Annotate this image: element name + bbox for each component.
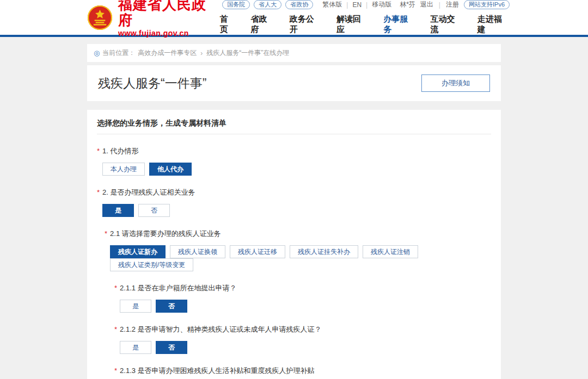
question-label-1: *1. 代办情形 [97, 146, 491, 156]
question-options-2: 是否 [102, 204, 491, 217]
title-bar: 残疾人服务“一件事” 办理须知 [87, 65, 501, 101]
ipv6-badge[interactable]: 网站支持IPv6 [464, 0, 510, 9]
national-emblem-icon [87, 5, 113, 30]
quick-link-1[interactable]: 省人大 [254, 0, 281, 9]
lang-link-2[interactable]: 移动版 [372, 0, 391, 9]
breadcrumb-item-1[interactable]: 残疾人服务“一件事”在线办理 [206, 48, 289, 58]
option-2-1-1-0[interactable]: 是 [120, 300, 151, 313]
lang-links: 繁体版|EN|移动版 [322, 0, 391, 9]
question-text: 2.1 请选择需要办理的残疾人证业务 [110, 229, 221, 238]
nav-item-3[interactable]: 解读回应 [336, 14, 369, 35]
option-1-0[interactable]: 本人办理 [102, 163, 145, 176]
location-icon: ◎ [94, 49, 100, 57]
section-heading: 选择您的业务情形，生成专属材料清单 [97, 119, 491, 134]
site-url: www.fujian.gov.cn [118, 29, 220, 38]
question-1: *1. 代办情形本人办理他人代办 [97, 146, 491, 176]
question-label-2-1-2: *2.1.2 是否申请智力、精神类残疾人证或未成年人申请残疾人证？ [114, 325, 491, 334]
site-header: 福建省人民政府 www.fujian.gov.cn 国务院省人大省政协 繁体版|… [0, 0, 588, 37]
breadcrumb: ◎ 当前位置： 高效办成一件事专区›残疾人服务“一件事”在线办理 [87, 44, 501, 62]
option-2-1-1-1[interactable]: 否 [156, 300, 187, 313]
required-asterisk: * [114, 325, 117, 333]
option-2-1-1[interactable]: 残疾人证换领 [170, 245, 225, 258]
question-options-1: 本人办理他人代办 [102, 163, 491, 176]
breadcrumb-item-0[interactable]: 高效办成一件事专区 [138, 48, 197, 58]
quick-link-2[interactable]: 省政协 [285, 0, 313, 9]
required-asterisk: * [97, 147, 100, 155]
topbar: 国务院省人大省政协 繁体版|EN|移动版 林*芬 退出 | 注册 网站支持IPv… [222, 0, 510, 9]
question-text: 1. 代办情形 [102, 147, 138, 155]
question-text: 2.1.2 是否申请智力、精神类残疾人证或未成年人申请残疾人证？ [120, 325, 322, 333]
option-2-1-4[interactable]: 残疾人证注销 [363, 245, 418, 258]
option-2-0[interactable]: 是 [102, 204, 134, 217]
site-brand[interactable]: 福建省人民政府 www.fujian.gov.cn [87, 0, 220, 38]
option-1-1[interactable]: 他人代办 [149, 163, 192, 176]
option-2-1-0[interactable]: 残疾人证新办 [110, 245, 166, 258]
question-options-2-1-2: 是否 [120, 341, 491, 354]
topbar-quick-links: 国务院省人大省政协 [222, 0, 313, 9]
nav-item-1[interactable]: 省政府 [250, 14, 274, 35]
option-2-1-2[interactable]: 残疾人证迁移 [230, 245, 285, 258]
option-2-1-5[interactable]: 残疾人证类别/等级变更 [110, 258, 193, 271]
breadcrumb-items: 高效办成一件事专区›残疾人服务“一件事”在线办理 [138, 48, 289, 58]
option-2-1-3[interactable]: 残疾人证挂失补办 [290, 245, 358, 258]
question-options-2-1: 残疾人证新办残疾人证换领残疾人证迁移残疾人证挂失补办残疾人证注销残疾人证类别/等… [110, 245, 491, 271]
option-2-1-2-0[interactable]: 是 [120, 341, 151, 354]
question-text: 2. 是否办理残疾人证相关业务 [102, 188, 195, 196]
question-2-1-1: *2.1.1 是否在非户籍所在地提出申请？是否 [114, 283, 491, 313]
question-label-2: *2. 是否办理残疾人证相关业务 [97, 188, 491, 197]
required-asterisk: * [97, 188, 100, 196]
separator: | [366, 1, 367, 9]
quick-link-0[interactable]: 国务院 [222, 0, 250, 9]
question-label-2-1-1: *2.1.1 是否在非户籍所在地提出申请？ [114, 283, 491, 293]
question-text: 2.1.1 是否在非户籍所在地提出申请？ [120, 284, 237, 292]
notice-button[interactable]: 办理须知 [421, 74, 490, 92]
required-asterisk: * [114, 366, 117, 375]
required-asterisk: * [105, 229, 107, 238]
question-2-1: *2.1 请选择需要办理的残疾人证业务残疾人证新办残疾人证换领残疾人证迁移残疾人… [105, 229, 491, 271]
service-form: 选择您的业务情形，生成专属材料清单 *1. 代办情形本人办理他人代办*2. 是否… [87, 110, 501, 379]
required-asterisk: * [114, 284, 117, 292]
question-label-2-1: *2.1 请选择需要办理的残疾人证业务 [105, 229, 491, 239]
register-link[interactable]: 注册 [446, 0, 459, 9]
question-options-2-1-1: 是否 [120, 300, 491, 313]
question-2-1-2: *2.1.2 是否申请智力、精神类残疾人证或未成年人申请残疾人证？是否 [114, 325, 491, 354]
username-link[interactable]: 林*芬 [400, 0, 415, 9]
question-label-2-1-3: *2.1.3 是否申请办理困难残疾人生活补贴和重度残疾人护理补贴 [114, 366, 491, 376]
logout-link[interactable]: 退出 [420, 0, 433, 9]
question-list: *1. 代办情形本人办理他人代办*2. 是否办理残疾人证相关业务是否*2.1 请… [97, 146, 491, 379]
nav-item-6[interactable]: 走进福建 [477, 14, 510, 35]
lang-link-0[interactable]: 繁体版 [322, 0, 342, 9]
option-2-1[interactable]: 否 [138, 204, 170, 217]
separator: | [346, 1, 348, 9]
page-title: 残疾人服务“一件事” [98, 75, 206, 92]
breadcrumb-prefix: 当前位置： [102, 48, 135, 58]
nav-item-4[interactable]: 办事服务 [383, 14, 415, 35]
separator: | [439, 1, 440, 9]
main-nav: 首页省政府政务公开解读回应办事服务互动交流走进福建 [220, 14, 510, 35]
site-title: 福建省人民政府 [118, 0, 220, 28]
nav-item-2[interactable]: 政务公开 [290, 14, 322, 35]
nav-item-0[interactable]: 首页 [220, 14, 236, 35]
lang-link-1[interactable]: EN [352, 1, 362, 9]
question-2-1-3: *2.1.3 是否申请办理困难残疾人生活补贴和重度残疾人护理补贴是否 [114, 366, 491, 379]
option-2-1-2-1[interactable]: 否 [156, 341, 187, 354]
question-2: *2. 是否办理残疾人证相关业务是否 [97, 188, 491, 217]
question-text: 2.1.3 是否申请办理困难残疾人生活补贴和重度残疾人护理补贴 [120, 366, 315, 375]
breadcrumb-separator: › [200, 49, 203, 57]
nav-item-5[interactable]: 互动交流 [431, 14, 463, 35]
